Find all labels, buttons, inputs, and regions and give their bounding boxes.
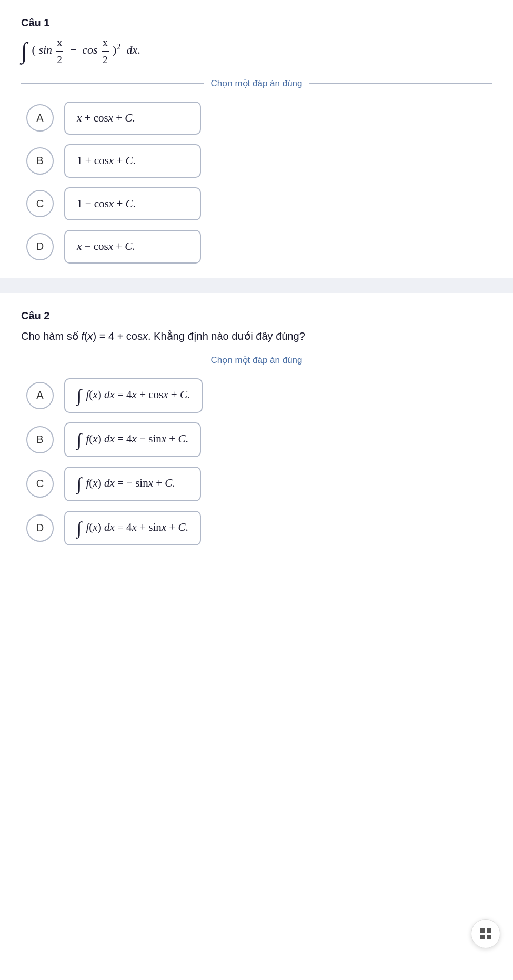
option-box-1a[interactable]: x + cosx + C. (64, 102, 201, 135)
question-1-block: Câu 1 ∫ ( sin x 2 − cos x 2 )2 dx. Chọn … (0, 0, 513, 278)
option-circle-2c[interactable]: C (26, 470, 54, 498)
divider-1: Chọn một đáp án đúng (21, 78, 492, 89)
divider-2: Chọn một đáp án đúng (21, 355, 492, 366)
options-list-2: A ∫ f(x) dx = 4x + cosx + C. B ∫ f(x) dx… (21, 378, 492, 545)
divider-label-1: Chọn một đáp án đúng (210, 78, 302, 89)
option-text-1a: x (77, 112, 82, 124)
grid-fab-button[interactable] (471, 919, 500, 948)
grid-cell-2 (487, 928, 492, 933)
section-separator (0, 278, 513, 293)
question-2-description: Cho hàm số f(x) = 4 + cosx. Khẳng định n… (21, 327, 492, 345)
integral-2d: ∫ (77, 518, 82, 538)
option-circle-1d[interactable]: D (26, 233, 54, 260)
grid-cell-3 (480, 935, 485, 940)
option-circle-1c[interactable]: C (26, 190, 54, 217)
grid-cell-4 (487, 935, 492, 940)
integral-symbol-1: ∫ (21, 38, 27, 64)
option-2-b[interactable]: B ∫ f(x) dx = 4x − sinx + C. (26, 422, 487, 457)
frac-sin: x 2 (56, 34, 63, 68)
option-circle-1b[interactable]: B (26, 147, 54, 175)
question-2-title: Câu 2 (21, 310, 492, 322)
option-box-2d[interactable]: ∫ f(x) dx = 4x + sinx + C. (64, 511, 201, 545)
option-box-2b[interactable]: ∫ f(x) dx = 4x − sinx + C. (64, 422, 201, 457)
option-circle-1a[interactable]: A (26, 104, 54, 132)
option-circle-2d[interactable]: D (26, 514, 54, 542)
option-1-c[interactable]: C 1 − cosx + C. (26, 187, 487, 221)
integral-2b: ∫ (77, 430, 82, 449)
question-1-title: Câu 1 (21, 17, 492, 29)
option-2-a[interactable]: A ∫ f(x) dx = 4x + cosx + C. (26, 378, 487, 413)
option-2-d[interactable]: D ∫ f(x) dx = 4x + sinx + C. (26, 511, 487, 545)
divider-label-2: Chọn một đáp án đúng (210, 355, 302, 366)
option-box-2a[interactable]: ∫ f(x) dx = 4x + cosx + C. (64, 378, 203, 413)
grid-cell-1 (480, 928, 485, 933)
option-2-c[interactable]: C ∫ f(x) dx = − sinx + C. (26, 467, 487, 501)
integral-2c: ∫ (77, 474, 82, 493)
option-circle-2a[interactable]: A (26, 382, 54, 409)
option-1-a[interactable]: A x + cosx + C. (26, 102, 487, 135)
formula-body-1: ( sin x 2 − cos x 2 )2 dx. (32, 43, 140, 56)
integral-2a: ∫ (77, 386, 82, 405)
option-box-1b[interactable]: 1 + cosx + C. (64, 144, 201, 178)
question-1-formula: ∫ ( sin x 2 − cos x 2 )2 dx. (21, 34, 492, 68)
option-1-b[interactable]: B 1 + cosx + C. (26, 144, 487, 178)
option-box-2c[interactable]: ∫ f(x) dx = − sinx + C. (64, 467, 201, 501)
options-list-1: A x + cosx + C. B 1 + cosx + C. C 1 − co… (21, 102, 492, 264)
question-2-block: Câu 2 Cho hàm số f(x) = 4 + cosx. Khẳng … (0, 293, 513, 560)
frac-cos: x 2 (102, 34, 108, 68)
grid-icon (480, 928, 491, 939)
option-box-1d[interactable]: x − cosx + C. (64, 230, 201, 264)
option-1-d[interactable]: D x − cosx + C. (26, 230, 487, 264)
option-box-1c[interactable]: 1 − cosx + C. (64, 187, 201, 221)
option-circle-2b[interactable]: B (26, 426, 54, 453)
